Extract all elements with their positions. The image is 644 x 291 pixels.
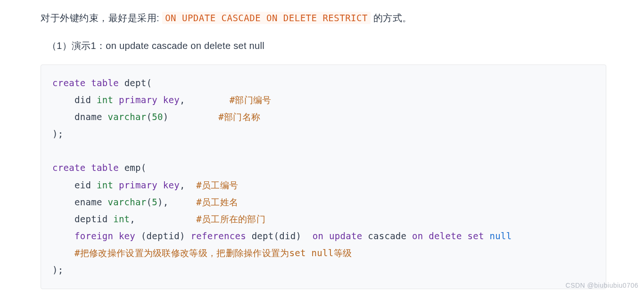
article-content: 对于外键约束，最好是采用: ON UPDATE CASCADE ON DELET… [0,0,644,289]
code-text: deptid [52,214,113,224]
code-text [113,180,119,190]
kw-references: references [191,231,246,241]
code-text: ( [147,112,152,122]
code-text [52,248,74,258]
num: 50 [152,112,163,122]
intro-text-pre: 对于外键约束，最好是采用: [41,13,162,23]
code-text [323,231,329,241]
code-text [423,231,429,241]
code-text: ( [147,197,152,207]
comment: #部门编号 [230,95,272,105]
kw-update: update [329,231,362,241]
type-varchar: varchar [107,112,146,122]
kw-delete: delete [429,231,462,241]
type-int: int [97,180,113,190]
lit-null: null [489,231,512,241]
code-text [52,231,74,241]
watermark: CSDN @biubiubiu0706 [566,282,638,289]
demo-title: （1）演示1：on update cascade on delete set n… [41,40,606,52]
code-text: , [180,95,230,105]
num: 5 [152,197,157,207]
type-int: int [113,214,130,224]
kw-table: table [91,78,119,88]
code-text: ); [52,265,63,275]
code-text: did [52,95,97,105]
comment: #把修改操作设置为级联修改等级，把删除操作设置为set null等级 [74,248,352,258]
comment: #员工编号 [196,180,238,190]
code-text [113,95,119,105]
code-text: (deptid) [135,231,190,241]
code-text: emp( [119,162,147,173]
code-text: cascade [362,231,412,241]
comment: #员工所在的部门 [196,214,265,224]
code-text: , [180,180,196,190]
code-text [484,231,490,241]
kw-on: on [412,231,423,241]
kw-on: on [313,231,323,241]
code-text: dept(did) [246,231,313,241]
type-int: int [97,95,113,105]
intro-text-post: 的方式。 [371,13,412,23]
kw-primary-key: primary key [119,180,180,190]
code-text: ), [157,197,196,207]
kw-primary-key: primary key [119,95,180,105]
code-text: ename [52,197,107,207]
code-text: dname [52,112,107,122]
kw-table: table [91,162,119,173]
code-text [462,231,468,241]
kw-create: create [52,162,85,173]
kw-create: create [52,78,85,88]
intro-paragraph: 对于外键约束，最好是采用: ON UPDATE CASCADE ON DELET… [41,10,606,25]
kw-foreign-key: foreign key [74,231,135,241]
kw-set: set [468,231,484,241]
inline-code: ON UPDATE CASCADE ON DELETE RESTRICT [162,12,371,24]
comment: #员工姓名 [196,197,238,207]
code-text: dept( [119,78,152,88]
code-text: eid [52,180,97,190]
code-block: create table dept( did int primary key, … [41,65,606,289]
code-text: ); [52,129,63,139]
comment: #部门名称 [218,112,260,122]
code-text: ) [163,112,218,122]
type-varchar: varchar [107,197,146,207]
code-text: , [130,214,196,224]
